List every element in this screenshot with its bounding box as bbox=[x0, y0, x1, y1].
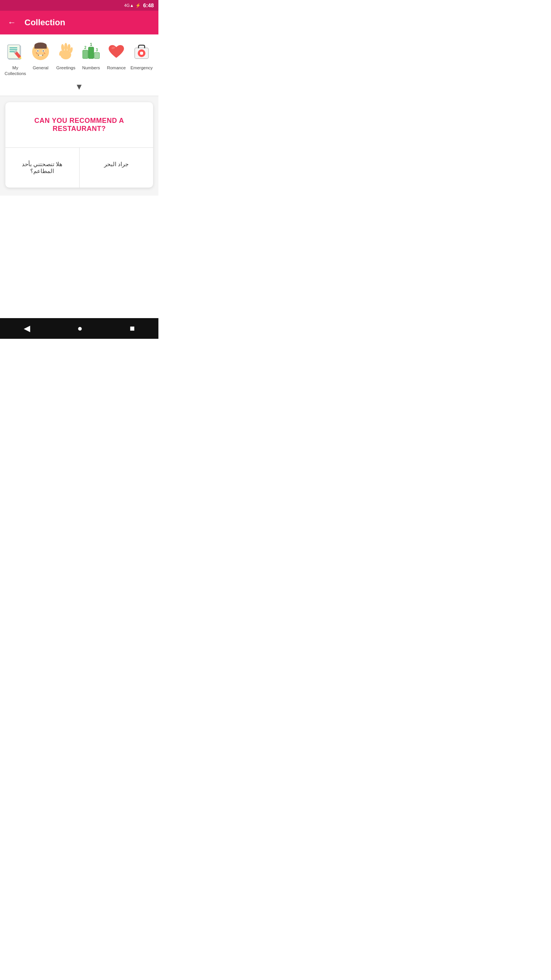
flashcard-answers: هلا تنصحتني بأحد المطاعم؟ جراد البحر bbox=[5, 148, 153, 188]
svg-point-14 bbox=[43, 51, 44, 52]
chevron-down-icon[interactable]: ▼ bbox=[75, 82, 83, 92]
category-label-emergency: Emergency bbox=[130, 65, 153, 71]
general-icon bbox=[29, 41, 52, 63]
svg-text:1: 1 bbox=[90, 42, 92, 47]
flashcard-answer-1[interactable]: هلا تنصحتني بأحد المطاعم؟ bbox=[5, 148, 80, 188]
app-bar: ← Collection bbox=[0, 11, 158, 34]
category-item-my-collections[interactable]: My Collections bbox=[3, 41, 28, 77]
svg-rect-10 bbox=[34, 46, 47, 49]
nav-home-button[interactable]: ● bbox=[70, 320, 89, 336]
category-item-greetings[interactable]: Greetings bbox=[54, 41, 78, 71]
nav-recents-button[interactable]: ■ bbox=[123, 320, 142, 336]
svg-rect-19 bbox=[39, 55, 42, 56]
category-label-greetings: Greetings bbox=[56, 65, 75, 71]
svg-point-18 bbox=[44, 53, 45, 54]
svg-rect-30 bbox=[94, 52, 99, 59]
svg-rect-26 bbox=[83, 50, 88, 59]
romance-icon bbox=[105, 41, 127, 63]
emergency-icon bbox=[130, 41, 153, 63]
status-time: 6:48 bbox=[143, 2, 154, 8]
category-label-general: General bbox=[33, 65, 49, 71]
numbers-icon: 2 1 3 bbox=[80, 41, 102, 63]
category-label-my-collections: My Collections bbox=[3, 65, 28, 77]
flashcard-question-text: CAN YOU RECOMMEND A RESTAURANT? bbox=[34, 117, 124, 132]
category-item-romance[interactable]: Romance bbox=[104, 41, 129, 71]
svg-rect-36 bbox=[140, 52, 143, 54]
app-bar-title: Collection bbox=[24, 18, 65, 28]
svg-text:2: 2 bbox=[84, 46, 86, 50]
chevron-row: ▼ bbox=[0, 80, 158, 96]
flashcard-answer-2[interactable]: جراد البحر bbox=[80, 148, 153, 188]
nav-back-button[interactable]: ◀ bbox=[17, 320, 37, 336]
flashcard-area: CAN YOU RECOMMEND A RESTAURANT? هلا تنصح… bbox=[0, 96, 158, 196]
flashcard: CAN YOU RECOMMEND A RESTAURANT? هلا تنصح… bbox=[5, 102, 153, 188]
category-item-numbers[interactable]: 2 1 3 Numbers bbox=[79, 41, 103, 71]
flashcard-question[interactable]: CAN YOU RECOMMEND A RESTAURANT? bbox=[5, 102, 153, 148]
back-button[interactable]: ← bbox=[6, 16, 18, 29]
svg-text:3: 3 bbox=[96, 48, 98, 52]
category-label-numbers: Numbers bbox=[82, 65, 100, 71]
greetings-icon bbox=[55, 41, 77, 63]
bottom-nav: ◀ ● ■ bbox=[0, 318, 158, 339]
battery-icon: ⚡ bbox=[135, 3, 141, 8]
svg-rect-28 bbox=[88, 47, 94, 59]
svg-point-13 bbox=[37, 51, 39, 52]
svg-point-16 bbox=[37, 53, 37, 54]
svg-point-17 bbox=[44, 52, 44, 53]
category-item-emergency[interactable]: Emergency bbox=[129, 41, 154, 71]
status-bar: 4G▲ ⚡ 6:48 bbox=[0, 0, 158, 11]
category-strip: My Collections bbox=[0, 34, 158, 80]
category-item-general[interactable]: General bbox=[28, 41, 53, 71]
status-icons: 4G▲ ⚡ bbox=[124, 3, 141, 8]
category-label-romance: Romance bbox=[107, 65, 126, 71]
my-collections-icon bbox=[4, 41, 26, 63]
svg-point-15 bbox=[36, 52, 37, 53]
svg-point-23 bbox=[64, 43, 67, 51]
signal-icon: 4G▲ bbox=[124, 3, 134, 8]
